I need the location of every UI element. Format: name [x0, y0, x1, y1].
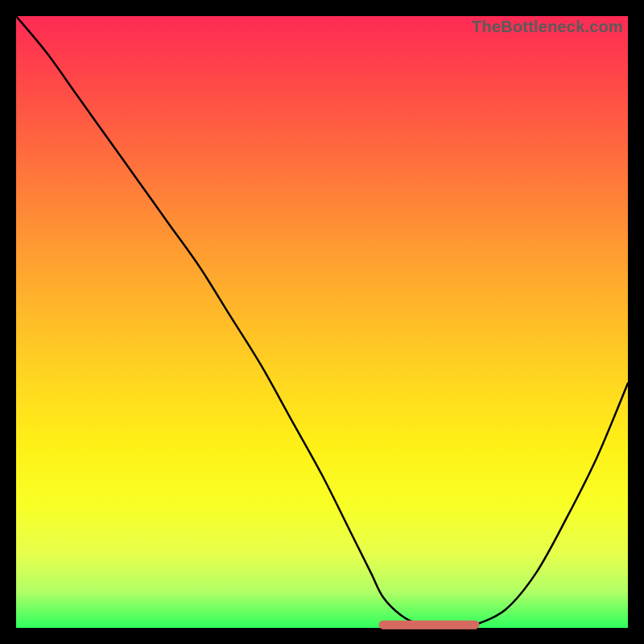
- curve-svg: [16, 16, 628, 628]
- plot-area: TheBottleneck.com: [16, 16, 628, 628]
- chart-frame: TheBottleneck.com: [0, 0, 644, 644]
- bottleneck-curve: [16, 16, 628, 628]
